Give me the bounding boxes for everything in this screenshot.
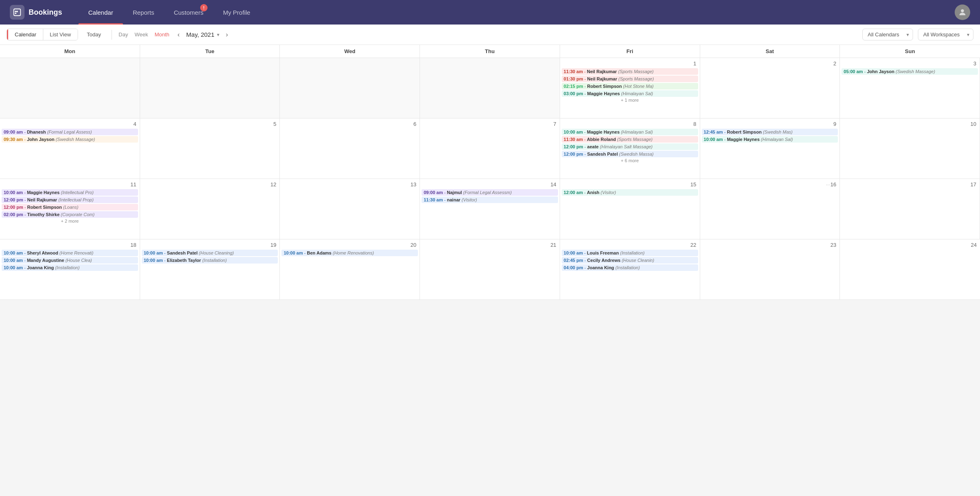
cal-cell-w1-d4[interactable]: 810:00 am - Maggie Haynes (Himalayan Sal… [560, 118, 700, 179]
period-day[interactable]: Day [118, 30, 128, 39]
logo-icon [10, 5, 25, 20]
cal-event-item[interactable]: 02:00 pm - Timothy Shirke (Corporate Com… [2, 211, 138, 218]
cal-cell-w0-d3[interactable] [420, 58, 560, 118]
cal-cell-w2-d3[interactable]: 1409:00 am - Najmul (Formal Legal Assess… [420, 179, 560, 239]
cal-cell-w0-d6[interactable]: 305:00 am - John Jayson (Swedish Massage… [840, 58, 980, 118]
cal-event-item[interactable]: 01:30 pm - Neil Rajkumar (Sports Massage… [562, 76, 698, 82]
period-dropdown-icon[interactable]: ▾ [217, 32, 219, 38]
cal-events-list: 10:00 am - Maggie Haynes (Intellectual P… [2, 189, 138, 218]
cal-cell-w0-d0[interactable] [0, 58, 140, 118]
calendars-dropdown[interactable]: All Calendars [862, 29, 913, 40]
svg-point-1 [15, 11, 17, 12]
tab-list-view[interactable]: List View [43, 29, 78, 40]
cal-event-item[interactable]: 12:00 am - Anish (Visitor) [562, 189, 698, 196]
event-time: 04:00 pm [564, 265, 583, 270]
cal-events-list: 09:00 am - Najmul (Formal Legal Assessm)… [422, 189, 558, 203]
cal-event-item[interactable]: 10:00 am - Maggie Haynes (Himalayan Sal) [562, 129, 698, 135]
cal-event-item[interactable]: 10:00 am - Mandy Augustine (House Clea) [2, 257, 138, 264]
cal-event-item[interactable]: 09:00 am - Najmul (Formal Legal Assessm) [422, 189, 558, 196]
cal-cell-w1-d1[interactable]: 5 [140, 118, 280, 179]
cal-event-item[interactable]: 10:00 am - Sheryl Atwood (Home Renovati) [2, 250, 138, 256]
cal-event-item[interactable]: 10:00 am - Elizabeth Taylor (Installatio… [142, 257, 278, 264]
cal-cell-w3-d6[interactable]: 24 [840, 239, 980, 300]
cal-cell-w1-d3[interactable]: 7 [420, 118, 560, 179]
cal-event-item[interactable]: 12:45 am - Robert Simpson (Swedish Mas) [702, 129, 838, 135]
cal-event-item[interactable]: 02:15 pm - Robert Simpson (Hot Stone Ma) [562, 83, 698, 89]
cal-event-item[interactable]: 02:45 pm - Cecily Andrews (House Cleanin… [562, 257, 698, 264]
cal-cell-w2-d1[interactable]: 12 [140, 179, 280, 239]
cal-event-item[interactable]: 10:00 am - Maggie Haynes (Intellectual P… [2, 189, 138, 196]
nav-customers[interactable]: Customers ! [164, 0, 213, 25]
cal-cell-w0-d5[interactable]: 2 [700, 58, 840, 118]
cal-cell-w3-d4[interactable]: 2210:00 am - Louis Freeman (Installation… [560, 239, 700, 300]
cal-event-item[interactable]: 10:00 am - Sandesh Patel (House Cleaning… [142, 250, 278, 256]
cal-event-item[interactable]: 03:00 pm - Maggie Haynes (Himalayan Sal) [562, 90, 698, 97]
cal-events-list: 12:00 am - Anish (Visitor) [562, 189, 698, 196]
workspaces-dropdown-wrapper: All Workspaces [918, 29, 973, 40]
cal-event-item[interactable]: 12:00 pm - Neil Rajkumar (Intellectual P… [2, 197, 138, 203]
cal-cell-w1-d6[interactable]: 10 [840, 118, 980, 179]
cal-event-item[interactable]: 09:30 am - John Jayson (Swedish Massage) [2, 136, 138, 143]
cal-cell-w2-d4[interactable]: 1512:00 am - Anish (Visitor) [560, 179, 700, 239]
nav-reports[interactable]: Reports [123, 0, 164, 25]
event-time: 10:00 am [4, 250, 23, 255]
event-service: (Formal Legal Assessm) [463, 190, 512, 195]
cal-cell-w3-d0[interactable]: 1810:00 am - Sheryl Atwood (Home Renovat… [0, 239, 140, 300]
nav-calendar[interactable]: Calendar [78, 0, 123, 25]
event-time: 10:00 am [144, 258, 163, 263]
cal-event-item[interactable]: 12:00 pm - aeate (Himalayan Salt Massage… [562, 143, 698, 150]
cal-cell-w2-d0[interactable]: 1110:00 am - Maggie Haynes (Intellectual… [0, 179, 140, 239]
cal-event-item[interactable]: 12:00 pm - Sandesh Patel (Swedish Massa) [562, 151, 698, 157]
cal-cell-w3-d3[interactable]: 21 [420, 239, 560, 300]
cal-cell-w1-d0[interactable]: 409:00 am - Dhanesh (Formal Legal Assess… [0, 118, 140, 179]
cal-event-item[interactable]: 09:00 am - Dhanesh (Formal Legal Assess) [2, 129, 138, 135]
cal-event-item[interactable]: 05:00 am - John Jayson (Swedish Massage) [842, 68, 978, 75]
cal-event-item[interactable]: 04:00 pm - Joanna King (Installation) [562, 264, 698, 271]
event-time: 11:30 am [564, 137, 583, 142]
workspaces-dropdown[interactable]: All Workspaces [918, 29, 973, 40]
cal-date-number: 21 [422, 241, 558, 250]
cal-event-item[interactable]: 12:00 pm - Robert Simpson (Loans) [2, 204, 138, 210]
cal-cell-w3-d5[interactable]: 23 [700, 239, 840, 300]
cal-date-number [142, 60, 278, 62]
cal-cell-w3-d2[interactable]: 2010:00 am - Ben Adams (Home Renovations… [280, 239, 420, 300]
cal-more-link[interactable]: + 2 more [2, 218, 138, 224]
cal-date-number: 8 [562, 120, 698, 129]
today-button[interactable]: Today [83, 29, 105, 40]
event-time: 12:00 am [564, 190, 583, 195]
cal-cell-w1-d5[interactable]: 912:45 am - Robert Simpson (Swedish Mas)… [700, 118, 840, 179]
cal-event-item[interactable]: 10:00 am - Joanna King (Installation) [2, 264, 138, 271]
cal-events-list: 09:00 am - Dhanesh (Formal Legal Assess)… [2, 129, 138, 143]
cal-cell-w0-d4[interactable]: 111:30 am - Neil Rajkumar (Sports Massag… [560, 58, 700, 118]
cal-cell-w3-d1[interactable]: 1910:00 am - Sandesh Patel (House Cleani… [140, 239, 280, 300]
user-avatar[interactable] [955, 4, 970, 20]
next-period-button[interactable]: › [223, 29, 231, 40]
event-client: Dhanesh [27, 130, 46, 134]
nav-my-profile[interactable]: My Profile [213, 0, 260, 25]
cal-event-item[interactable]: 11:30 am - nainar (Visitor) [422, 197, 558, 203]
period-month[interactable]: Month [154, 30, 169, 39]
event-time: 10:00 am [4, 258, 23, 263]
calendar-body: 111:30 am - Neil Rajkumar (Sports Massag… [0, 58, 980, 300]
prev-period-button[interactable]: ‹ [174, 29, 183, 40]
cal-event-item[interactable]: 10:00 am - Louis Freeman (Installation) [562, 250, 698, 256]
event-service: (Installation) [620, 250, 645, 255]
cal-date-number: 2 [702, 60, 838, 68]
app-header: Bookings Calendar Reports Customers ! My… [0, 0, 980, 25]
cal-cell-w2-d5[interactable]: ···16 [700, 179, 840, 239]
period-week[interactable]: Week [134, 30, 148, 39]
cal-cell-w2-d2[interactable]: 13 [280, 179, 420, 239]
cal-more-link[interactable]: + 6 more [562, 157, 698, 164]
tab-calendar[interactable]: Calendar [7, 29, 43, 40]
more-dots-indicator: ··· [826, 181, 830, 188]
cal-event-item[interactable]: 11:30 am - Neil Rajkumar (Sports Massage… [562, 68, 698, 75]
cal-cell-w1-d2[interactable]: 6 [280, 118, 420, 179]
cal-more-link[interactable]: + 1 more [562, 97, 698, 103]
cal-event-item[interactable]: 10:00 am - Maggie Haynes (Himalayan Sal) [702, 136, 838, 143]
cal-cell-w2-d6[interactable]: 17 [840, 179, 980, 239]
cal-cell-w0-d1[interactable] [140, 58, 280, 118]
event-time: 03:00 pm [564, 91, 583, 96]
cal-cell-w0-d2[interactable] [280, 58, 420, 118]
cal-event-item[interactable]: 11:30 am - Abbie Roland (Sports Massage) [562, 136, 698, 143]
cal-event-item[interactable]: 10:00 am - Ben Adams (Home Renovations) [281, 250, 418, 256]
